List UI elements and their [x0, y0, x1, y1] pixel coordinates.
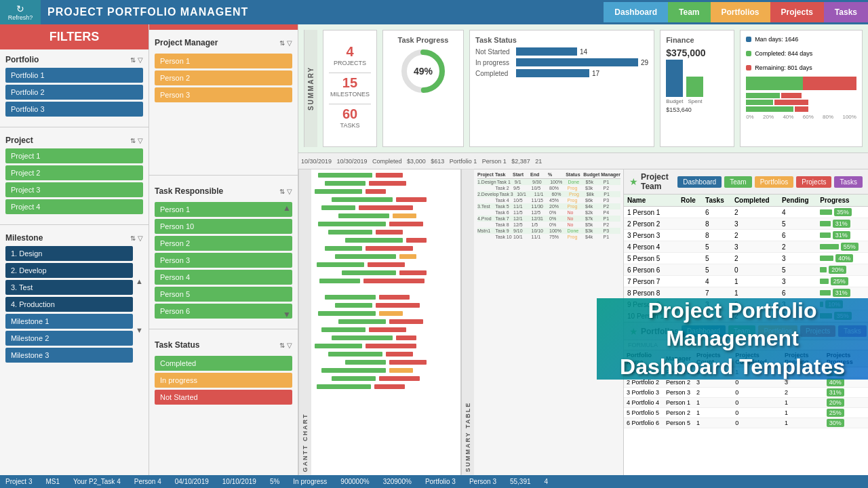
milestone-filter-icon[interactable]: ▽	[138, 235, 143, 242]
port-progress-badge: 20%	[827, 399, 844, 407]
ts-sort-icon[interactable]: ⇅	[279, 342, 285, 349]
filters-header: FILTERS	[0, 24, 149, 49]
portfolio-3-btn[interactable]: Portfolio 3	[5, 102, 143, 117]
tr-person6-btn[interactable]: Person 6	[155, 304, 292, 319]
project-4-btn[interactable]: Project 4	[5, 199, 143, 214]
main-content: FILTERS Portfolio ⇅ ▽ Portfolio 1 Portfo…	[0, 24, 868, 475]
summary-stats: 4 PROJECTS 15 MILESTONES 60 TASKS	[323, 30, 377, 147]
finance-card: Finance $375,000 Budget Spent $153,640	[660, 30, 734, 147]
tr-person2-btn[interactable]: Person 2	[155, 236, 292, 251]
tab-team[interactable]: Team	[668, 2, 710, 22]
pm-sort-icon[interactable]: ⇅	[279, 39, 285, 47]
ts-completed-btn[interactable]: Completed	[155, 356, 292, 371]
not-started-bar: Not Started 14	[475, 47, 648, 56]
port-pending-cell: 1	[782, 408, 824, 418]
milestone-filter-title: Milestone	[5, 233, 43, 243]
tab-projects[interactable]: Projects	[770, 2, 824, 22]
tr-person5-btn[interactable]: Person 5	[155, 287, 292, 302]
portfolio-2-btn[interactable]: Portfolio 2	[5, 85, 143, 100]
pm-person2-btn[interactable]: Person 2	[155, 70, 292, 85]
tr-filter-icon[interactable]: ▽	[287, 188, 292, 195]
task-responsible-title: Task Responsible	[155, 186, 223, 196]
project-sort-icon[interactable]: ⇅	[130, 137, 136, 144]
status-val1: 900000%	[340, 478, 369, 485]
ts-notstarted-btn[interactable]: Not Started	[155, 390, 292, 405]
tab-dashboard[interactable]: Dashboard	[604, 2, 668, 22]
task-status-card: Task Status Not Started 14 In progress 2…	[469, 30, 654, 147]
milestone-sort-icon[interactable]: ⇅	[130, 235, 136, 242]
svg-rect-9	[396, 197, 427, 202]
milestone-design-btn[interactable]: 1. Design	[5, 246, 133, 261]
completed-bar: Completed 17	[475, 69, 648, 77]
tr-scroll-up[interactable]: ▲	[283, 203, 291, 213]
milestone-scroll-down[interactable]: ▼	[136, 326, 143, 334]
ts-filter-icon[interactable]: ▽	[287, 342, 292, 349]
tr-scroll-down[interactable]: ▼	[283, 310, 291, 319]
port-manager-cell: Person 2	[663, 408, 694, 418]
milestone-3-btn[interactable]: Milestone 3	[5, 348, 133, 363]
team-tab-portfolios[interactable]: Portfolios	[755, 176, 794, 188]
team-table-row: 6 Person 6 5 0 5 20%	[624, 264, 868, 276]
team-tab-dashboard[interactable]: Dashboard	[677, 176, 722, 188]
team-progress-cell: 20%	[816, 264, 868, 276]
team-pending-cell: 5	[778, 264, 816, 276]
milestone-production-btn[interactable]: 4. Production	[5, 297, 133, 312]
status-task: Your P2_Task 4	[73, 478, 121, 485]
milestone-scroll-up[interactable]: ▲	[136, 277, 143, 285]
svg-rect-41	[396, 336, 416, 340]
svg-rect-37	[389, 319, 423, 324]
team-tab-tasks[interactable]: Tasks	[834, 176, 863, 188]
pm-filter-icon[interactable]: ▽	[287, 39, 292, 47]
bottom-panels: Project Portfolio Management Dashboard T…	[298, 169, 868, 475]
tr-person3-btn[interactable]: Person 3	[155, 253, 292, 268]
portfolio-sort-icon[interactable]: ⇅	[130, 56, 136, 64]
port-name-cell: 6 Portfolio 6	[624, 418, 663, 428]
team-pending-cell: 3	[778, 276, 816, 287]
completed-val: 17	[592, 70, 599, 77]
portfolio-1-btn[interactable]: Portfolio 1	[5, 68, 143, 83]
spent-bar	[686, 77, 703, 97]
progress-bar-fill	[820, 256, 833, 261]
tab-portfolios[interactable]: Portfolios	[711, 2, 770, 22]
team-role-cell	[677, 207, 702, 218]
project-filter-icon[interactable]: ▽	[138, 137, 143, 144]
milestone-2-btn[interactable]: Milestone 2	[5, 331, 133, 346]
status-person2: Person 3	[469, 478, 496, 485]
tr-person1-btn[interactable]: Person 1	[155, 202, 292, 217]
team-tasks-cell: 5	[702, 253, 731, 264]
nav-tabs: Dashboard Team Portfolios Projects Tasks	[604, 2, 868, 22]
project-3-btn[interactable]: Project 3	[5, 182, 143, 197]
portfolio-filter-icon[interactable]: ▽	[138, 56, 143, 64]
svg-rect-15	[389, 222, 423, 226]
project-1-btn[interactable]: Project 1	[5, 148, 143, 163]
team-tab-team[interactable]: Team	[724, 176, 751, 188]
team-name-cell: 5 Person 5	[624, 253, 677, 264]
refresh-button[interactable]: ↻ Refresh?	[0, 0, 41, 24]
in-progress-bar-fill	[516, 58, 638, 66]
not-started-val: 14	[580, 48, 587, 56]
tab-tasks[interactable]: Tasks	[824, 2, 868, 22]
tr-person10-btn[interactable]: Person 10	[155, 219, 292, 234]
tr-sort-icon[interactable]: ⇅	[279, 188, 285, 195]
budget-label: Budget	[666, 98, 683, 104]
svg-rect-13	[393, 214, 416, 218]
svg-rect-35	[379, 311, 403, 316]
pm-person1-btn[interactable]: Person 1	[155, 54, 292, 68]
milestone-test-btn[interactable]: 3. Test	[5, 280, 133, 295]
project-2-btn[interactable]: Project 2	[5, 165, 143, 180]
pm-person3-btn[interactable]: Person 3	[155, 87, 292, 102]
svg-rect-28	[319, 279, 360, 283]
svg-rect-43	[366, 344, 416, 348]
team-tab-projects[interactable]: Projects	[796, 176, 831, 188]
team-completed-cell: 0	[731, 264, 778, 276]
port-completed-cell: 0	[732, 398, 782, 408]
team-name-cell: 6 Person 6	[624, 264, 677, 276]
milestone-1-btn[interactable]: Milestone 1	[5, 314, 133, 329]
portfolio-filter-title: Portfolio	[5, 55, 39, 64]
port-progress-cell: 20%	[824, 398, 868, 408]
milestone-develop-btn[interactable]: 2. Develop	[5, 263, 133, 278]
ts-inprogress-btn[interactable]: In progress	[155, 373, 292, 388]
svg-rect-31	[379, 295, 410, 300]
tr-person4-btn[interactable]: Person 4	[155, 270, 292, 285]
status-end-date: 10/10/2019	[222, 478, 256, 485]
